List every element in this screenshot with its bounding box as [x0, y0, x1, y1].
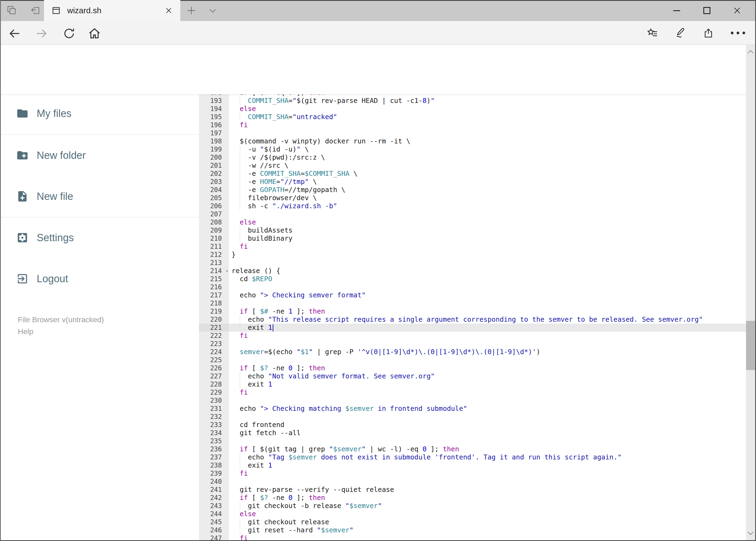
line-number[interactable]: 247: [199, 534, 229, 540]
code-text[interactable]: COMMIT_SHA="$(git rev-parse HEAD | cut -…: [229, 97, 747, 105]
line-number[interactable]: 211: [199, 243, 229, 251]
line-number[interactable]: 245: [199, 518, 229, 526]
code-text[interactable]: echo "Not valid semver format. See semve…: [229, 372, 747, 380]
sidebar-item-settings[interactable]: Settings: [0, 225, 199, 251]
line-number[interactable]: 223: [199, 340, 229, 348]
code-text[interactable]: fi: [229, 121, 747, 129]
line-number[interactable]: 208: [199, 218, 229, 226]
line-number[interactable]: 198: [199, 137, 229, 145]
line-number[interactable]: 239: [199, 469, 229, 477]
code-line[interactable]: 213: [199, 259, 747, 267]
code-text[interactable]: if [ $? -eq 0 ]; then: [229, 95, 747, 97]
code-line[interactable]: 228 exit 1: [199, 380, 747, 388]
line-number[interactable]: 205: [199, 194, 229, 202]
line-number[interactable]: 206: [199, 202, 229, 210]
new-tab-icon[interactable]: [186, 5, 197, 16]
code-text[interactable]: echo "> Checking matching $semver in fro…: [229, 405, 747, 413]
code-line[interactable]: 245 git checkout release: [199, 518, 747, 526]
scroll-down-icon[interactable]: [746, 528, 755, 539]
line-number[interactable]: 221: [199, 323, 229, 332]
code-text[interactable]: git checkout -b release "$semver": [229, 502, 747, 510]
line-number[interactable]: 246: [199, 526, 229, 534]
code-editor[interactable]: 192 if [ $? -eq 0 ]; then193 COMMIT_SHA=…: [199, 95, 747, 540]
sidebar-item-logout[interactable]: Logout: [0, 266, 199, 292]
page-scrollbar[interactable]: [746, 45, 755, 540]
code-line[interactable]: 238 exit 1: [199, 461, 747, 469]
line-number[interactable]: 226: [199, 364, 229, 372]
code-line[interactable]: 216: [199, 283, 747, 291]
code-text[interactable]: buildBinary: [229, 235, 747, 243]
tab-list-chevron-icon[interactable]: [207, 6, 218, 16]
code-line[interactable]: 217 echo "> Checking semver format": [199, 291, 747, 299]
more-menu-icon[interactable]: •••: [730, 27, 748, 39]
line-number[interactable]: 200: [199, 154, 229, 162]
code-line[interactable]: 219 if [ $# -ne 1 ]; then: [199, 307, 747, 315]
code-text[interactable]: fi: [229, 332, 747, 340]
code-line[interactable]: 215 cd $REPO: [199, 275, 747, 283]
code-line[interactable]: 242 if [ $? -ne 0 ]; then: [199, 494, 747, 502]
code-line[interactable]: 224 semver=$(echo "$1" | grep -P '^v(0|[…: [199, 348, 747, 356]
line-number[interactable]: 240: [199, 477, 229, 486]
code-text[interactable]: echo "Tag $semver does not exist in subm…: [229, 453, 747, 461]
code-text[interactable]: [229, 283, 747, 291]
code-text[interactable]: exit 1: [229, 461, 747, 469]
sidebar-item-my-files[interactable]: My files: [0, 101, 199, 126]
line-number[interactable]: 207: [199, 210, 229, 218]
refresh-icon[interactable]: [62, 26, 76, 41]
code-text[interactable]: sh -c "./wizard.sh -b": [229, 202, 747, 210]
code-text[interactable]: fi: [229, 243, 747, 251]
code-line[interactable]: 239 fi: [199, 469, 747, 477]
code-text[interactable]: [229, 356, 747, 364]
code-line[interactable]: 212}: [199, 251, 747, 259]
code-line[interactable]: 247 fi: [199, 534, 747, 540]
code-text[interactable]: exit 1: [229, 323, 747, 332]
code-line[interactable]: 244 else: [199, 510, 747, 518]
code-text[interactable]: [229, 129, 747, 137]
code-line[interactable]: 203 -e HOME="//tmp" \: [199, 178, 747, 186]
line-number[interactable]: 193: [199, 97, 229, 105]
line-number[interactable]: 210: [199, 235, 229, 243]
back-icon[interactable]: [8, 26, 22, 41]
code-line[interactable]: 201 -w //src \: [199, 162, 747, 170]
code-line[interactable]: 197: [199, 129, 747, 137]
tab-preview-icon[interactable]: [6, 5, 17, 16]
set-tabs-aside-icon[interactable]: [30, 5, 41, 16]
line-number[interactable]: 230: [199, 396, 229, 405]
code-line[interactable]: 225: [199, 356, 747, 364]
line-number[interactable]: 233: [199, 421, 229, 429]
code-line[interactable]: 232: [199, 413, 747, 421]
code-text[interactable]: fi: [229, 469, 747, 477]
code-line[interactable]: 208 else: [199, 218, 747, 226]
line-number[interactable]: 213: [199, 259, 229, 267]
line-number[interactable]: 196: [199, 121, 229, 129]
code-line[interactable]: 193 COMMIT_SHA="$(git rev-parse HEAD | c…: [199, 97, 747, 105]
help-link[interactable]: Help: [18, 326, 104, 337]
code-text[interactable]: [229, 413, 747, 421]
line-number[interactable]: 224: [199, 348, 229, 356]
line-number[interactable]: 244: [199, 510, 229, 518]
line-number[interactable]: 229: [199, 388, 229, 396]
tab-close-icon[interactable]: [164, 6, 173, 15]
code-line[interactable]: 196 fi: [199, 121, 747, 129]
line-number[interactable]: 237: [199, 453, 229, 461]
code-text[interactable]: }: [229, 251, 747, 259]
code-text[interactable]: else: [229, 510, 747, 518]
code-line[interactable]: 236 if [ $(git tag | grep "$semver" | wc…: [199, 445, 747, 453]
line-number[interactable]: 222: [199, 332, 229, 340]
code-text[interactable]: fi: [229, 388, 747, 396]
line-number[interactable]: 194: [199, 105, 229, 113]
line-number[interactable]: 199: [199, 145, 229, 154]
code-text[interactable]: filebrowser/dev \: [229, 194, 747, 202]
code-line[interactable]: 227 echo "Not valid semver format. See s…: [199, 372, 747, 380]
line-number[interactable]: 212: [199, 251, 229, 259]
code-line[interactable]: 223: [199, 340, 747, 348]
web-notes-pen-icon[interactable]: [674, 27, 687, 39]
code-text[interactable]: semver=$(echo "$1" | grep -P '^v(0|[1-9]…: [229, 348, 747, 356]
code-line[interactable]: 229 fi: [199, 388, 747, 396]
line-number[interactable]: 236: [199, 445, 229, 453]
line-number[interactable]: 220: [199, 315, 229, 323]
code-text[interactable]: git checkout release: [229, 518, 747, 526]
code-text[interactable]: if [ $(git tag | grep "$semver" | wc -l)…: [229, 445, 747, 453]
home-icon[interactable]: [88, 26, 102, 41]
line-number[interactable]: 235: [199, 437, 229, 445]
